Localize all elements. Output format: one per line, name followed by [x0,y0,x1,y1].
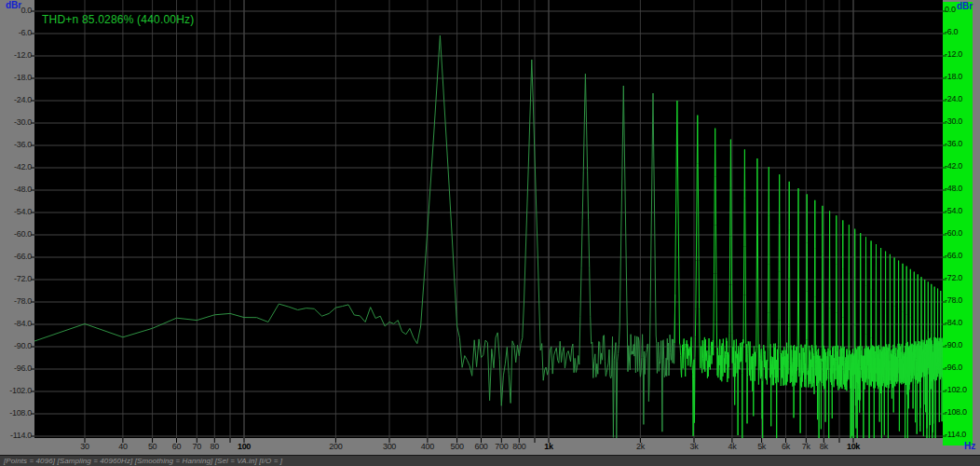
x-axis-label: 600 [474,442,487,451]
meter-scale-label: -30.0 [945,117,973,126]
meter-scale-label: -102.0 [945,386,973,394]
x-axis-label: 800 [512,442,525,451]
level-meter-bar [943,2,973,445]
y-axis-label: -72.0 [0,275,32,283]
y-axis-label: -18.0 [0,74,32,82]
meter-scale-label: -108.0 [945,408,973,417]
status-bar: [Points = 4096] [Sampling = 40960Hz] [Sm… [0,455,980,466]
y-axis-label: -54.0 [0,208,32,216]
x-axis-label: 4k [728,442,736,451]
x-axis-label: 1k [544,442,552,451]
y-axis-label: -114.0 [0,432,32,440]
meter-scale-label: -36.0 [945,140,973,148]
y-axis-label: -108.0 [0,409,32,418]
meter-scale-label: -90.0 [945,341,973,350]
spectrum-plot-area[interactable] [0,0,980,466]
x-axis-label: 70 [193,442,201,451]
visual-analyser-window: dBr dBr Hz THD+n 85.0286% (440.00Hz) 0.0… [0,0,980,466]
y-axis-label: -6.0 [0,29,32,37]
y-axis-label: -36.0 [0,141,32,149]
x-axis-label: 2k [636,442,645,451]
meter-scale-label: -114.0 [945,431,973,439]
x-axis-label: 300 [383,442,396,451]
y-axis-label: -48.0 [0,185,32,194]
meter-scale-label: -60.0 [945,229,973,238]
y-axis-label: -96.0 [0,364,32,373]
x-axis-label: 6k [782,442,790,451]
meter-scale-label: -18.0 [945,73,973,81]
x-axis-label: 100 [238,442,251,451]
x-axis-label: 500 [451,442,464,451]
x-axis-label: 7k [802,442,810,451]
thd-readout: THD+n 85.0286% (440.00Hz) [42,13,194,26]
x-axis-label: 8k [820,442,828,451]
x-axis-label: 60 [172,442,181,451]
y-axis-label: -102.0 [0,387,32,395]
y-axis-label: -24.0 [0,96,32,104]
y-axis-label: -12.0 [0,51,32,60]
meter-scale-label: -24.0 [945,95,973,103]
x-axis-label: 3k [690,442,699,451]
meter-scale-label: -6.0 [945,28,973,36]
y-axis-label: -42.0 [0,163,32,171]
x-axis-label: 50 [148,442,157,451]
x-axis-label: 30 [80,442,88,451]
x-axis-label: 200 [329,442,342,451]
meter-scale-label: -54.0 [945,207,973,215]
meter-scale-label: -66.0 [945,252,973,260]
x-axis-label: 400 [421,442,434,451]
meter-scale-label: -12.0 [945,50,973,59]
y-axis-label: -84.0 [0,320,32,328]
y-axis-label: -30.0 [0,118,32,127]
x-axis-label: 700 [495,442,508,451]
x-axis-label: 80 [211,442,219,451]
x-axis-label: 40 [118,442,127,451]
meter-scale-label: -96.0 [945,363,973,372]
x-axis-label: 5k [757,442,766,451]
status-bar-text: [Points = 4096] [Sampling = 40960Hz] [Sm… [4,457,282,465]
y-axis-label: -90.0 [0,342,32,350]
meter-scale-label: -48.0 [945,185,973,193]
meter-scale-label: -78.0 [945,296,973,305]
meter-scale-label: 0.0 [945,6,973,14]
y-axis-label: -66.0 [0,253,32,261]
y-axis-label: 0.0 [0,7,32,15]
freq-axis-unit-label: Hz [964,442,975,451]
meter-scale-label: -84.0 [945,319,973,327]
x-axis-label: 10k [847,442,860,451]
y-axis-label: -78.0 [0,297,32,306]
y-axis-label: -60.0 [0,230,32,239]
meter-scale-label: -72.0 [945,274,973,282]
meter-scale-label: -42.0 [945,162,973,171]
